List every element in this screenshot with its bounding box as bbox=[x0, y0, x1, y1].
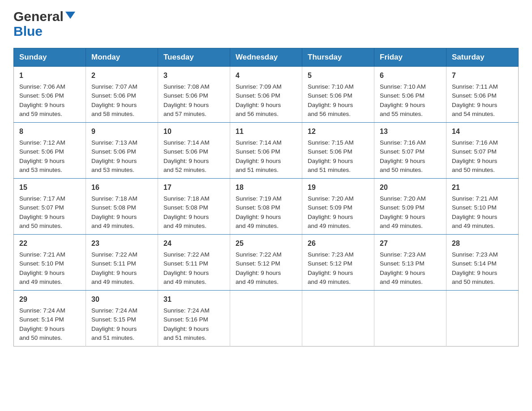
daylight-label: Daylight: 9 hours bbox=[308, 102, 353, 108]
daylight-label: Daylight: 9 hours bbox=[236, 158, 281, 164]
sunset-label: Sunset: 5:09 PM bbox=[380, 204, 425, 211]
sunset-label: Sunset: 5:11 PM bbox=[163, 260, 208, 267]
sunset-label: Sunset: 5:06 PM bbox=[452, 92, 497, 99]
calendar-day-21: 21Sunrise: 7:21 AMSunset: 5:10 PMDayligh… bbox=[446, 179, 519, 235]
daylight-label: Daylight: 9 hours bbox=[91, 270, 137, 276]
calendar-day-24: 24Sunrise: 7:22 AMSunset: 5:11 PMDayligh… bbox=[158, 235, 230, 291]
sunset-label: Sunset: 5:06 PM bbox=[236, 92, 280, 99]
sunrise-label: Sunrise: 7:21 AM bbox=[452, 195, 498, 202]
day-number: 22 bbox=[19, 238, 80, 249]
daylight-label: Daylight: 9 hours bbox=[452, 158, 497, 164]
daylight-minutes: and 49 minutes. bbox=[91, 278, 134, 285]
sunset-label: Sunset: 5:06 PM bbox=[236, 148, 280, 155]
calendar-week-row: 1Sunrise: 7:06 AMSunset: 5:06 PMDaylight… bbox=[14, 67, 519, 123]
calendar-empty-cell bbox=[446, 291, 519, 347]
sunset-label: Sunset: 5:11 PM bbox=[91, 260, 136, 267]
col-header-wednesday: Wednesday bbox=[230, 48, 302, 67]
logo: General Blue bbox=[13, 9, 75, 39]
calendar-day-30: 30Sunrise: 7:24 AMSunset: 5:15 PMDayligh… bbox=[86, 291, 158, 347]
day-number: 27 bbox=[380, 238, 441, 249]
sunset-label: Sunset: 5:07 PM bbox=[380, 148, 425, 155]
day-number: 13 bbox=[380, 126, 441, 137]
sunrise-label: Sunrise: 7:24 AM bbox=[163, 307, 210, 314]
sunset-label: Sunset: 5:07 PM bbox=[452, 148, 497, 155]
day-number: 30 bbox=[91, 294, 152, 305]
daylight-minutes: and 55 minutes. bbox=[380, 111, 423, 117]
sunset-label: Sunset: 5:15 PM bbox=[91, 316, 136, 323]
sunrise-label: Sunrise: 7:13 AM bbox=[91, 139, 137, 146]
daylight-label: Daylight: 9 hours bbox=[91, 102, 137, 108]
calendar-day-31: 31Sunrise: 7:24 AMSunset: 5:16 PMDayligh… bbox=[158, 291, 230, 347]
calendar-week-row: 8Sunrise: 7:12 AMSunset: 5:06 PMDaylight… bbox=[14, 123, 519, 179]
calendar-day-14: 14Sunrise: 7:16 AMSunset: 5:07 PMDayligh… bbox=[446, 123, 519, 179]
day-number: 14 bbox=[452, 126, 513, 137]
calendar-day-26: 26Sunrise: 7:23 AMSunset: 5:12 PMDayligh… bbox=[302, 235, 374, 291]
day-number: 1 bbox=[19, 70, 80, 81]
day-number: 17 bbox=[163, 182, 224, 193]
daylight-label: Daylight: 9 hours bbox=[163, 270, 209, 276]
sunrise-label: Sunrise: 7:24 AM bbox=[19, 307, 65, 314]
page-header: General Blue bbox=[13, 9, 519, 39]
day-number: 31 bbox=[163, 294, 224, 305]
daylight-label: Daylight: 9 hours bbox=[91, 214, 137, 220]
calendar-week-row: 15Sunrise: 7:17 AMSunset: 5:07 PMDayligh… bbox=[14, 179, 519, 235]
day-number: 10 bbox=[163, 126, 224, 137]
daylight-minutes: and 53 minutes. bbox=[91, 167, 134, 173]
day-number: 29 bbox=[19, 294, 80, 305]
sunset-label: Sunset: 5:16 PM bbox=[163, 316, 208, 323]
sunset-label: Sunset: 5:06 PM bbox=[163, 92, 208, 99]
sunrise-label: Sunrise: 7:06 AM bbox=[19, 83, 65, 90]
daylight-label: Daylight: 9 hours bbox=[380, 214, 425, 220]
day-number: 9 bbox=[91, 126, 152, 137]
sunrise-label: Sunrise: 7:24 AM bbox=[91, 307, 137, 314]
daylight-minutes: and 49 minutes. bbox=[308, 223, 351, 229]
sunset-label: Sunset: 5:08 PM bbox=[91, 204, 136, 211]
day-number: 15 bbox=[19, 182, 80, 193]
calendar-day-18: 18Sunrise: 7:19 AMSunset: 5:08 PMDayligh… bbox=[230, 179, 302, 235]
sunrise-label: Sunrise: 7:18 AM bbox=[163, 195, 210, 202]
sunrise-label: Sunrise: 7:22 AM bbox=[236, 251, 282, 258]
daylight-label: Daylight: 9 hours bbox=[163, 158, 209, 164]
daylight-label: Daylight: 9 hours bbox=[163, 325, 209, 332]
daylight-label: Daylight: 9 hours bbox=[19, 325, 64, 332]
sunrise-label: Sunrise: 7:12 AM bbox=[19, 139, 65, 146]
sunrise-label: Sunrise: 7:22 AM bbox=[91, 251, 137, 258]
calendar-day-23: 23Sunrise: 7:22 AMSunset: 5:11 PMDayligh… bbox=[86, 235, 158, 291]
calendar-day-11: 11Sunrise: 7:14 AMSunset: 5:06 PMDayligh… bbox=[230, 123, 302, 179]
logo-arrow-icon bbox=[65, 12, 75, 23]
daylight-label: Daylight: 9 hours bbox=[380, 102, 425, 108]
calendar-day-13: 13Sunrise: 7:16 AMSunset: 5:07 PMDayligh… bbox=[374, 123, 446, 179]
daylight-label: Daylight: 9 hours bbox=[19, 158, 64, 164]
sunset-label: Sunset: 5:07 PM bbox=[19, 204, 64, 211]
calendar-day-19: 19Sunrise: 7:20 AMSunset: 5:09 PMDayligh… bbox=[302, 179, 374, 235]
daylight-minutes: and 49 minutes. bbox=[308, 278, 351, 285]
day-number: 3 bbox=[163, 70, 224, 81]
calendar-week-row: 22Sunrise: 7:21 AMSunset: 5:10 PMDayligh… bbox=[14, 235, 519, 291]
logo-general-text: General bbox=[13, 9, 64, 24]
calendar-header-row: SundayMondayTuesdayWednesdayThursdayFrid… bbox=[14, 48, 519, 67]
col-header-thursday: Thursday bbox=[302, 48, 374, 67]
daylight-label: Daylight: 9 hours bbox=[19, 102, 64, 108]
sunset-label: Sunset: 5:12 PM bbox=[308, 260, 352, 267]
svg-marker-0 bbox=[65, 12, 75, 19]
daylight-minutes: and 56 minutes. bbox=[308, 111, 351, 117]
sunset-label: Sunset: 5:14 PM bbox=[452, 260, 497, 267]
calendar-day-27: 27Sunrise: 7:23 AMSunset: 5:13 PMDayligh… bbox=[374, 235, 446, 291]
daylight-minutes: and 49 minutes. bbox=[163, 278, 206, 285]
day-number: 28 bbox=[452, 238, 513, 249]
col-header-monday: Monday bbox=[86, 48, 158, 67]
sunset-label: Sunset: 5:06 PM bbox=[91, 148, 136, 155]
calendar-day-4: 4Sunrise: 7:09 AMSunset: 5:06 PMDaylight… bbox=[230, 67, 302, 123]
sunset-label: Sunset: 5:06 PM bbox=[308, 92, 352, 99]
daylight-label: Daylight: 9 hours bbox=[452, 270, 497, 276]
daylight-minutes: and 50 minutes. bbox=[19, 334, 62, 341]
calendar-empty-cell bbox=[374, 291, 446, 347]
sunrise-label: Sunrise: 7:20 AM bbox=[380, 195, 426, 202]
daylight-minutes: and 49 minutes. bbox=[380, 278, 423, 285]
calendar-day-2: 2Sunrise: 7:07 AMSunset: 5:06 PMDaylight… bbox=[86, 67, 158, 123]
calendar-day-10: 10Sunrise: 7:14 AMSunset: 5:06 PMDayligh… bbox=[158, 123, 230, 179]
daylight-minutes: and 51 minutes. bbox=[308, 167, 351, 173]
logo-blue-text: Blue bbox=[13, 24, 43, 39]
daylight-minutes: and 50 minutes. bbox=[452, 278, 495, 285]
daylight-minutes: and 56 minutes. bbox=[236, 111, 279, 117]
